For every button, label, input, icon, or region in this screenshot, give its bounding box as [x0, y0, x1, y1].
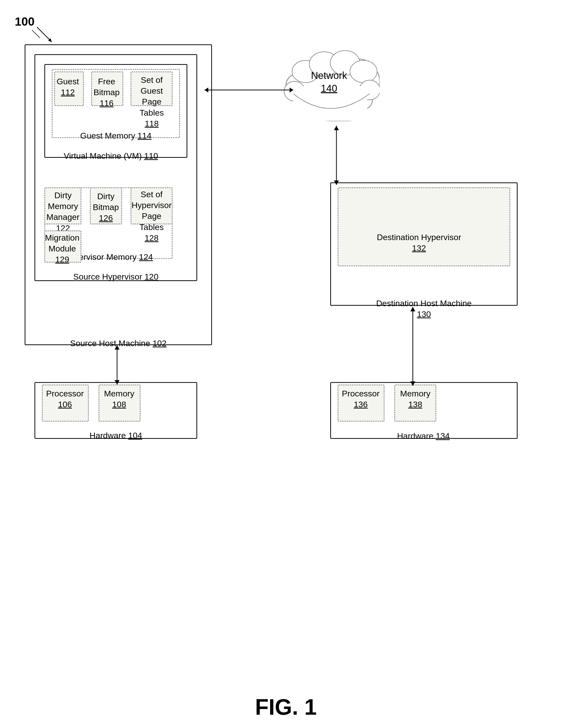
- hardware-134-label: Hardware 134: [330, 431, 517, 441]
- hardware-104-label: Hardware 104: [35, 430, 197, 441]
- svg-marker-11: [290, 87, 293, 92]
- svg-marker-10: [205, 87, 208, 92]
- source-hypervisor-label: Source Hypervisor 120: [35, 271, 197, 282]
- guest-label: Guest112: [53, 76, 83, 97]
- hypervisor-page-tables-label: Set of Hypervisor Page Tables128: [130, 189, 173, 243]
- svg-marker-20: [115, 380, 120, 385]
- memory-108-label: Memory108: [97, 388, 141, 410]
- migration-module-label: Migration Module129: [43, 232, 81, 265]
- dirty-memory-manager-label: Dirty Memory Manager122: [44, 190, 82, 234]
- svg-marker-16: [410, 307, 415, 311]
- svg-marker-14: [334, 180, 339, 185]
- ref-100-label: 100: [15, 15, 35, 28]
- ref-100-arrow: [35, 25, 54, 44]
- dest-to-hardware134-arrow: [407, 305, 419, 388]
- svg-marker-13: [334, 126, 339, 130]
- svg-marker-19: [115, 345, 120, 350]
- dest-hypervisor-label: Destination Hypervisor132: [333, 232, 505, 253]
- dirty-bitmap-label: Dirty Bitmap126: [89, 191, 122, 224]
- diagram: 100 Source Host Machine 102 Source Hyper…: [15, 15, 557, 705]
- dest-hypervisor-box: [338, 187, 510, 266]
- guest-page-tables-label: Set of Guest Page Tables118: [130, 75, 173, 129]
- source-to-hardware104-arrow: [111, 343, 123, 387]
- source-to-network-arrow: [202, 84, 298, 96]
- memory-138-label: Memory138: [393, 388, 437, 410]
- processor-136-label: Processor136: [337, 388, 385, 410]
- guest-memory-label: Guest Memory 114: [52, 130, 180, 141]
- network-to-dest-arrow: [330, 123, 342, 187]
- dest-host-machine-label: Destination Host Machine130: [328, 298, 520, 320]
- processor-106-label: Processor106: [41, 388, 89, 410]
- free-bitmap-label: FreeBitmap116: [90, 76, 123, 109]
- svg-marker-17: [410, 381, 415, 386]
- network-label: Network140: [298, 69, 360, 95]
- vm-label: Virtual Machine (VM) 110: [39, 150, 182, 161]
